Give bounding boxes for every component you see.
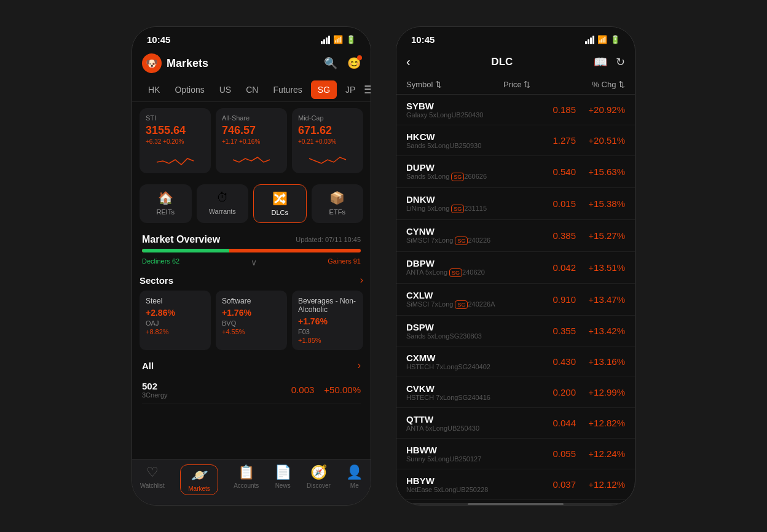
tab-hk[interactable]: HK xyxy=(142,81,166,98)
sg-badge-cxlw: SG xyxy=(455,300,468,309)
all-arrow[interactable]: › xyxy=(358,360,361,371)
sector-steel[interactable]: Steel +2.86% OAJ +8.82% xyxy=(140,291,211,350)
warrants-icon: ⏱ xyxy=(216,190,229,205)
card-midcap[interactable]: Mid-Cap 671.62 +0.21 +0.03% xyxy=(292,108,363,173)
dlc-desc-cxlw: SiMSCI 7xLongSG240226A xyxy=(406,300,533,309)
dlc-row-cxlw[interactable]: CXLW SiMSCI 7xLongSG240226A 0.910 +13.47… xyxy=(396,284,635,316)
nav-markets[interactable]: 🪐 Markets xyxy=(180,464,218,495)
tab-cn[interactable]: CN xyxy=(240,81,264,98)
stock-row-502[interactable]: 502 3Cnergy 0.003 +50.00% xyxy=(142,376,361,404)
dlc-price-dbpw: 0.042 xyxy=(533,262,576,273)
category-dlcs[interactable]: 🔀 DLCs xyxy=(253,184,307,223)
dlc-price-cynw: 0.385 xyxy=(533,230,576,241)
signal-icon xyxy=(321,36,330,44)
updated-text: Updated: 07/11 10:45 xyxy=(296,236,361,243)
dlc-row-dbpw[interactable]: DBPW ANTA 5xLongSG240620 0.042 +13.51% xyxy=(396,252,635,284)
dlc-desc-dspw: Sands 5xLongSG230803 xyxy=(406,332,533,340)
dlc-change-qttw: +12.82% xyxy=(576,418,625,428)
col-symbol[interactable]: Symbol ⇅ xyxy=(406,80,442,89)
category-etfs[interactable]: 📦 ETFs xyxy=(312,184,364,223)
notification-icon[interactable]: 😊 xyxy=(347,57,361,70)
category-reits[interactable]: 🏠 REITs xyxy=(140,184,192,223)
search-icon[interactable]: 🔍 xyxy=(324,57,337,70)
dlc-desc-dupw: Sands 5xLongSG260626 xyxy=(406,173,533,181)
accounts-label: Accounts xyxy=(234,482,259,489)
card-allshare[interactable]: All-Share 746.57 +1.17 +0.16% xyxy=(216,108,287,173)
sector-software-sub: +4.55% xyxy=(222,328,281,335)
tab-options[interactable]: Options xyxy=(168,81,210,98)
dlc-symbol-col-dbpw: DBPW ANTA 5xLongSG240620 xyxy=(406,258,533,277)
bookmark-icon[interactable]: 📖 xyxy=(594,55,607,69)
col-price[interactable]: Price ⇅ xyxy=(503,80,530,89)
tab-us[interactable]: US xyxy=(213,81,237,98)
battery-icon: 🔋 xyxy=(346,35,356,44)
dlc-symbol-col-cxlw: CXLW SiMSCI 7xLongSG240226A xyxy=(406,290,533,309)
dlc-row-cvkw[interactable]: CVKW HSTECH 7xLongSG240416 0.200 +12.99% xyxy=(396,377,635,408)
nav-accounts[interactable]: 📋 Accounts xyxy=(234,464,259,495)
nav-discover[interactable]: 🧭 Discover xyxy=(307,464,331,495)
dlc-change-cxlw: +13.47% xyxy=(576,294,625,305)
dlcs-icon: 🔀 xyxy=(272,191,288,206)
menu-icon[interactable]: ☰ xyxy=(364,83,371,96)
dlc-row-hkcw[interactable]: HKCW Sands 5xLongUB250930 1.275 +20.51% xyxy=(396,125,635,156)
dlc-row-dspw[interactable]: DSPW Sands 5xLongSG230803 0.355 +13.42% xyxy=(396,316,635,346)
dlc-symbol-hbyw: HBYW xyxy=(406,475,533,486)
market-overview-title: Market Overview xyxy=(142,234,220,245)
dlc-row-hbyw[interactable]: HBYW NetEase 5xLongUB250228 0.037 +12.12… xyxy=(396,469,635,500)
sector-software-ticker: BVQ xyxy=(222,319,281,327)
sectors-arrow[interactable]: › xyxy=(360,275,363,286)
discover-label: Discover xyxy=(307,482,331,489)
status-bar-left: 10:45 📶 🔋 xyxy=(132,27,371,49)
sector-steel-name: Steel xyxy=(146,297,205,305)
dlc-row-cxmw[interactable]: CXMW HSTECH 7xLongSG240402 0.430 +13.16% xyxy=(396,346,635,377)
nav-watchlist[interactable]: ♡ Watchlist xyxy=(140,464,165,495)
tab-jp[interactable]: JP xyxy=(339,81,361,98)
category-warrants[interactable]: ⏱ Warrants xyxy=(197,184,249,223)
tab-sg[interactable]: SG xyxy=(311,80,337,99)
sector-beverages-sub: +1.85% xyxy=(298,337,357,344)
sector-beverages-ticker: F03 xyxy=(298,328,357,335)
bar-labels: Decliners 62 ∨ Gainers 91 xyxy=(132,255,371,270)
dlc-price-cvkw: 0.200 xyxy=(533,387,576,397)
stock-name-502: 3Cnergy xyxy=(142,391,291,399)
market-overview-header: Market Overview Updated: 07/11 10:45 xyxy=(132,228,371,249)
col-chg[interactable]: % Chg ⇅ xyxy=(592,80,625,89)
dlc-row-dnkw[interactable]: DNKW LiNing 5xLongSG231115 0.015 +15.38% xyxy=(396,188,635,220)
dlc-row-dupw[interactable]: DUPW Sands 5xLongSG260626 0.540 +15.63% xyxy=(396,156,635,188)
dlc-change-cynw: +15.27% xyxy=(576,230,625,241)
dlc-row-cynw[interactable]: CYNW SiMSCI 7xLongSG240226 0.385 +15.27% xyxy=(396,220,635,252)
sector-software-change: +1.76% xyxy=(222,308,281,318)
logo-icon: 🐶 xyxy=(142,53,162,73)
expand-icon[interactable]: ∨ xyxy=(251,257,257,267)
sectors-header: Sectors › xyxy=(140,275,363,286)
card-sti-title: STI xyxy=(146,114,205,122)
refresh-icon[interactable]: ↻ xyxy=(616,55,625,69)
dlc-change-dupw: +15.63% xyxy=(576,166,625,177)
dlc-symbol-col-cvkw: CVKW HSTECH 7xLongSG240416 xyxy=(406,383,533,401)
card-allshare-value: 746.57 xyxy=(222,124,281,137)
nav-me[interactable]: 👤 Me xyxy=(346,464,363,495)
etfs-label: ETFs xyxy=(329,208,345,216)
sector-beverages[interactable]: Beverages - Non-Alcoholic +1.76% F03 +1.… xyxy=(292,291,363,350)
card-sti[interactable]: STI 3155.64 +6.32 +0.20% xyxy=(140,108,211,173)
categories: 🏠 REITs ⏱ Warrants 🔀 DLCs 📦 ETFs xyxy=(132,179,371,228)
back-button[interactable]: ‹ xyxy=(406,55,411,69)
dlc-row-qttw[interactable]: QTTW ANTA 5xLongUB250430 0.044 +12.82% xyxy=(396,408,635,439)
sector-software-name: Software xyxy=(222,297,281,305)
sector-software[interactable]: Software +1.76% BVQ +4.55% xyxy=(216,291,287,350)
card-midcap-change: +0.21 +0.03% xyxy=(298,138,357,145)
dlc-row-hbww[interactable]: HBWW Sunny 5xLongUB250127 0.055 +12.24% xyxy=(396,439,635,469)
sector-beverages-change: +1.76% xyxy=(298,316,357,326)
nav-news[interactable]: 📄 News xyxy=(275,464,291,495)
dlc-symbol-cxmw: CXMW xyxy=(406,353,533,363)
tab-futures[interactable]: Futures xyxy=(267,81,308,98)
scroll-bar xyxy=(396,503,635,505)
wifi-icon-right: 📶 xyxy=(597,35,607,44)
dlc-price-cxmw: 0.430 xyxy=(533,356,576,367)
sectors-title: Sectors xyxy=(140,275,173,286)
dlc-symbol-dbpw: DBPW xyxy=(406,258,533,268)
dlc-row-sybw[interactable]: SYBW Galaxy 5xLongUB250430 0.185 +20.92% xyxy=(396,95,635,125)
dlc-price-sybw: 0.185 xyxy=(533,104,576,115)
midcap-chart xyxy=(298,150,357,167)
app-title: Markets xyxy=(167,57,208,70)
